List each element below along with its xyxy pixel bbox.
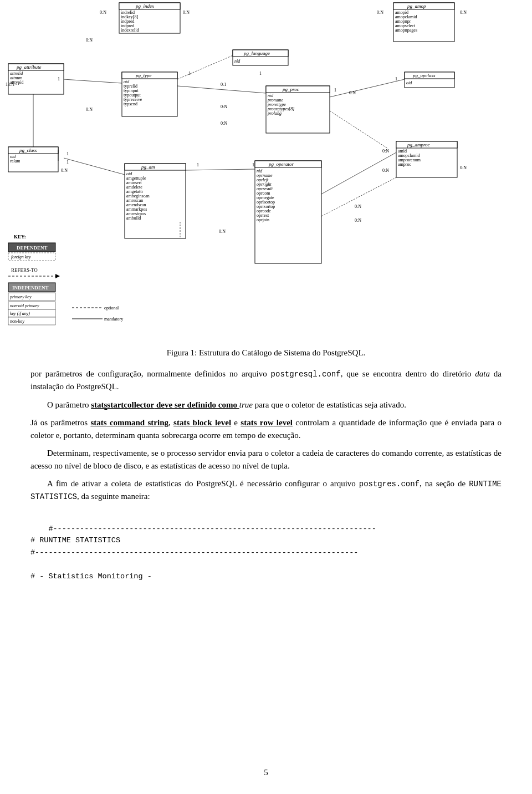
svg-text:non-oid primary: non-oid primary: [10, 303, 39, 308]
svg-text:1: 1: [197, 162, 199, 167]
svg-text:0:N: 0:N: [355, 204, 361, 209]
text-content: por parâmetros de configuração, normalme…: [0, 368, 532, 503]
svg-rect-60: [125, 164, 186, 170]
svg-text:ambuild: ambuild: [126, 216, 141, 221]
svg-text:1: 1: [58, 77, 60, 82]
svg-text:1: 1: [66, 160, 69, 165]
svg-line-146: [321, 152, 396, 194]
inline-italic-true: true: [239, 400, 253, 409]
svg-text:pg_amop: pg_amop: [407, 3, 426, 9]
svg-text:pg_type: pg_type: [135, 73, 152, 78]
svg-text:0:N: 0:N: [219, 229, 226, 234]
svg-text:0:N: 0:N: [86, 38, 93, 43]
page-number: 5: [0, 768, 532, 777]
page-num-text: 5: [264, 768, 268, 777]
inline-italic-data: data: [475, 369, 490, 378]
svg-text:DEPENDENT: DEPENDENT: [17, 245, 48, 251]
svg-text:optional: optional: [104, 306, 119, 311]
svg-text:amopnpages: amopnpages: [395, 28, 417, 33]
svg-text:oid: oid: [406, 80, 412, 85]
svg-text:pg_proc: pg_proc: [282, 86, 299, 92]
svg-text:0:N: 0:N: [377, 10, 383, 15]
svg-text:1: 1: [252, 162, 254, 167]
svg-text:pg_operator: pg_operator: [268, 161, 294, 167]
svg-text:0:N: 0:N: [221, 121, 227, 126]
svg-text:0:N: 0:N: [355, 218, 361, 223]
svg-text:pg_upclass: pg_upclass: [412, 73, 436, 78]
svg-text:foreign key: foreign key: [11, 255, 31, 259]
page: pg_index indrelid indkey[8] indpred indp…: [0, 0, 532, 794]
paragraph-1: por parâmetros de configuração, normalme…: [30, 368, 502, 393]
inline-code-postgres-conf: postgres.conf: [359, 480, 420, 488]
svg-line-138: [64, 158, 125, 175]
diagram-area: pg_index indrelid indkey[8] indpred indp…: [0, 0, 532, 344]
svg-line-143: [330, 79, 405, 97]
param-stats-command-string: stats command string: [90, 418, 168, 427]
svg-text:oprjoin: oprjoin: [257, 217, 269, 222]
code-line-1: #---------------------------------------…: [48, 525, 376, 533]
inline-code-postgresql-conf: postgresql.conf: [271, 370, 341, 379]
svg-marker-95: [55, 274, 60, 278]
svg-line-144: [330, 111, 388, 149]
svg-text:1: 1: [66, 151, 69, 156]
svg-text:pg_amproc: pg_amproc: [407, 142, 430, 147]
svg-text:0:N: 0:N: [61, 168, 68, 173]
svg-text:0:N: 0:N: [460, 10, 467, 15]
svg-text:KEY:: KEY:: [14, 234, 26, 240]
svg-text:key (if any): key (if any): [10, 311, 30, 316]
param-stats-block-level: stats block level: [173, 418, 231, 427]
code-block: #---------------------------------------…: [30, 511, 502, 594]
svg-text:non-key: non-key: [10, 319, 24, 324]
svg-text:0:N: 0:N: [100, 10, 106, 15]
param-stats-row-level: stats row level: [241, 418, 293, 427]
svg-text:1: 1: [395, 77, 397, 82]
svg-text:pg_index: pg_index: [135, 3, 154, 9]
svg-text:0:N: 0:N: [460, 165, 467, 170]
svg-text:1: 1: [334, 88, 336, 93]
svg-text:0:1: 0:1: [221, 82, 226, 87]
caption-text: Figura 1: Estrutura do Catálogo de Siste…: [167, 348, 366, 357]
svg-text:13:N: 13:N: [6, 82, 14, 87]
svg-text:1: 1: [188, 71, 191, 76]
paragraph-2: O parâmetro stats̲start̲collector deve s…: [30, 399, 502, 411]
svg-text:amproc: amproc: [398, 162, 411, 167]
svg-text:0:N: 0:N: [86, 107, 93, 112]
svg-text:indexrelid: indexrelid: [121, 28, 139, 33]
svg-text:pg_class: pg_class: [19, 147, 37, 153]
inline-code-runtime-stats: RUNTIME STATISTICS: [30, 480, 502, 501]
svg-text:INDEPENDENT: INDEPENDENT: [12, 285, 49, 291]
svg-text:0:N: 0:N: [221, 104, 227, 109]
svg-text:REFERS-TO: REFERS-TO: [11, 267, 38, 273]
svg-line-141: [177, 55, 233, 79]
svg-text:pg_attribute: pg_attribute: [16, 64, 42, 70]
svg-line-137: [64, 79, 122, 83]
svg-text:prolang: prolang: [267, 111, 282, 116]
svg-text:0:N: 0:N: [382, 149, 389, 154]
svg-text:primary key: primary key: [9, 294, 32, 299]
code-line-3: #---------------------------------------…: [30, 548, 358, 557]
paragraph-4: Determinam, respectivamente, se o proces…: [30, 447, 502, 472]
svg-text:nid: nid: [234, 59, 241, 64]
svg-text:relam: relam: [10, 159, 21, 164]
svg-text:pg_language: pg_language: [243, 50, 270, 56]
paragraph-3: Já os parâmetros stats command string, s…: [30, 416, 502, 441]
svg-text:1: 1: [259, 71, 262, 76]
svg-text:typsend: typsend: [124, 101, 137, 106]
code-line-2: # RUNTIME STATISTICS: [30, 536, 120, 544]
svg-text:0:N: 0:N: [183, 10, 190, 15]
svg-line-145: [186, 169, 255, 170]
svg-text:pg_am: pg_am: [141, 164, 155, 170]
svg-text:0:N: 0:N: [382, 168, 389, 173]
figure-caption: Figura 1: Estrutura do Catálogo de Siste…: [22, 348, 510, 358]
paragraph-5: A fim de ativar a coleta de estatísticas…: [30, 477, 502, 503]
svg-line-147: [321, 177, 396, 216]
param-stats-start-collector: stats̲start̲collector: [91, 400, 154, 409]
svg-text:mandatory: mandatory: [104, 317, 123, 322]
code-line-4: # - Statistics Monitoring -: [30, 572, 152, 581]
